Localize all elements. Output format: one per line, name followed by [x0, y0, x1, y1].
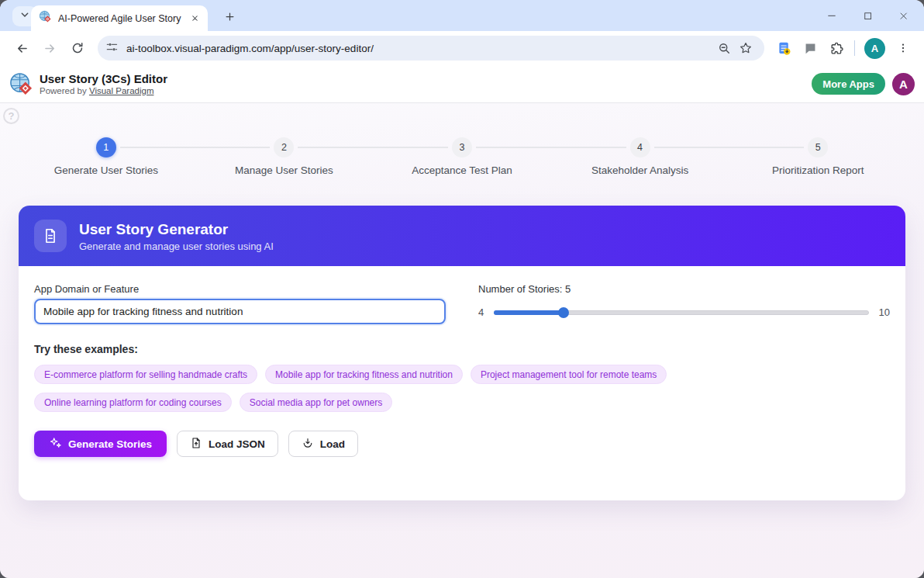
load-json-button[interactable]: Load JSON [177, 431, 278, 457]
chat-extension-icon[interactable] [797, 35, 823, 61]
browser-titlebar: AI-Powered Agile User Story 3C [0, 0, 924, 31]
address-bar[interactable]: ai-toolbox.visual-paradigm.com/app/user-… [98, 36, 764, 61]
browser-toolbar: ai-toolbox.visual-paradigm.com/app/user-… [0, 31, 924, 65]
generate-stories-label: Generate Stories [68, 438, 152, 450]
step-stakeholder-analysis[interactable]: 4 Stakeholder Analysis [551, 137, 729, 176]
download-icon [302, 437, 314, 452]
step-label: Acceptance Test Plan [412, 164, 512, 176]
user-story-generator-card: User Story Generator Generate and manage… [19, 206, 905, 500]
step-connector [120, 147, 271, 148]
step-manage-user-stories[interactable]: 2 Manage User Stories [195, 137, 374, 176]
step-number: 5 [808, 137, 828, 157]
generate-stories-button[interactable]: Generate Stories [34, 431, 167, 457]
chevron-down-icon [19, 9, 31, 24]
card-subtitle: Generate and manage user stories using A… [79, 241, 274, 252]
powered-by-prefix: Powered by [40, 86, 87, 95]
browser-profile-avatar[interactable]: A [864, 38, 885, 59]
zoom-out-icon[interactable] [713, 37, 735, 59]
load-label: Load [320, 438, 345, 450]
load-button[interactable]: Load [288, 431, 358, 457]
bookmark-star-icon[interactable] [735, 37, 757, 59]
document-icon [34, 220, 67, 252]
step-number: 2 [274, 137, 294, 157]
stories-field-group: Number of Stories: 5 4 10 [478, 283, 890, 324]
step-prioritization-report[interactable]: 5 Prioritization Report [729, 137, 907, 176]
docs-extension-icon[interactable] [771, 35, 797, 61]
step-connector [654, 147, 805, 148]
sparkle-icon [49, 436, 62, 452]
forward-button[interactable] [36, 34, 64, 62]
step-number: 1 [96, 137, 116, 157]
window-controls [814, 0, 921, 31]
tab-favicon-icon [39, 10, 52, 26]
reload-button[interactable] [64, 34, 91, 62]
domain-field-label: App Domain or Feature [34, 283, 446, 295]
minimize-button[interactable] [814, 0, 850, 31]
stories-count-label: Number of Stories: 5 [478, 283, 890, 295]
file-upload-icon [190, 437, 202, 452]
example-chip[interactable]: Project management tool for remote teams [471, 365, 667, 384]
domain-input[interactable] [34, 299, 446, 324]
slider-max-label: 10 [879, 306, 890, 318]
extensions-puzzle-icon[interactable] [823, 35, 850, 61]
step-connector [298, 147, 448, 148]
header-right-cluster: More Apps A [812, 73, 915, 95]
stories-slider-fill [494, 310, 564, 315]
tab-close-icon[interactable] [188, 12, 202, 26]
load-json-label: Load JSON [209, 438, 265, 450]
step-label: Manage User Stories [235, 164, 333, 176]
browser-window: AI-Powered Agile User Story 3C ai-toolbo… [0, 0, 924, 578]
step-number: 4 [630, 137, 650, 157]
example-chip[interactable]: E-commerce platform for selling handmade… [34, 365, 257, 384]
app-titles: User Story (3Cs) Editor Powered by Visua… [40, 72, 167, 96]
step-label: Generate User Stories [54, 164, 158, 176]
action-buttons: Generate Stories Load JSON Load [34, 431, 890, 457]
slider-thumb[interactable] [558, 307, 569, 318]
step-generate-user-stories[interactable]: 1 Generate User Stories [17, 137, 195, 176]
step-connector [476, 147, 626, 148]
example-chip[interactable]: Social media app for pet owners [240, 393, 392, 412]
browser-tab[interactable]: AI-Powered Agile User Story 3C [31, 5, 208, 31]
step-label: Prioritization Report [772, 164, 864, 176]
example-chips: E-commerce platform for selling handmade… [34, 365, 809, 412]
step-acceptance-test-plan[interactable]: 3 Acceptance Test Plan [373, 137, 551, 176]
page-main: ? 1 Generate User Stories 2 Manage User … [0, 103, 924, 578]
example-chip[interactable]: Mobile app for tracking fitness and nutr… [265, 365, 463, 384]
toolbar-divider [854, 40, 855, 56]
app-header: User Story (3Cs) Editor Powered by Visua… [0, 65, 924, 103]
examples-label: Try these examples: [34, 343, 890, 355]
plus-icon [224, 11, 236, 26]
wizard-stepper: 1 Generate User Stories 2 Manage User St… [17, 137, 907, 176]
banner-text: User Story Generator Generate and manage… [79, 220, 274, 252]
maximize-button[interactable] [850, 0, 885, 31]
app-user-avatar[interactable]: A [892, 73, 915, 95]
domain-field-group: App Domain or Feature [34, 283, 446, 324]
visual-paradigm-link[interactable]: Visual Paradigm [89, 86, 154, 95]
stories-slider[interactable] [494, 307, 868, 318]
back-button[interactable] [8, 34, 36, 62]
new-tab-button[interactable] [219, 7, 240, 29]
example-chip[interactable]: Online learning platform for coding cour… [34, 393, 232, 412]
app-title: User Story (3Cs) Editor [40, 72, 167, 85]
step-label: Stakeholder Analysis [591, 164, 688, 176]
powered-by: Powered by Visual Paradigm [40, 85, 167, 96]
step-number: 3 [452, 137, 472, 157]
visual-paradigm-logo-icon [9, 72, 33, 96]
card-banner: User Story Generator Generate and manage… [19, 206, 905, 266]
help-icon[interactable]: ? [3, 108, 19, 124]
close-window-button[interactable] [885, 0, 921, 31]
card-title: User Story Generator [79, 220, 274, 238]
browser-menu-kebab-icon[interactable] [890, 35, 916, 61]
slider-min-label: 4 [478, 306, 484, 318]
more-apps-button[interactable]: More Apps [812, 73, 885, 95]
url-text[interactable]: ai-toolbox.visual-paradigm.com/app/user-… [126, 43, 713, 54]
tab-title: AI-Powered Agile User Story 3C [58, 13, 183, 24]
site-settings-icon[interactable] [105, 40, 119, 57]
